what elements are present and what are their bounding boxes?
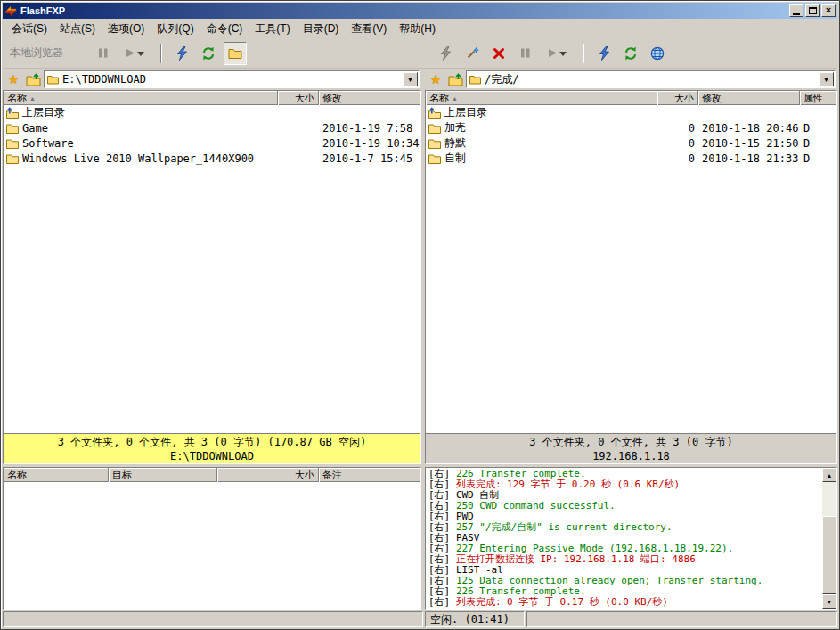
file-row-folder[interactable]: Software2010-1-19 10:34 <box>4 135 420 151</box>
file-name-cell: 加壳 <box>426 120 657 135</box>
log-message: 257 "/完成/自制" is current directory. <box>456 521 673 533</box>
folder-icon <box>6 138 19 149</box>
log-line: [右] 257 "/完成/自制" is current directory. <box>428 522 820 533</box>
maximize-button[interactable] <box>805 4 820 17</box>
column-header-size[interactable]: 大小 <box>657 91 698 105</box>
remote-transfer-button[interactable] <box>541 42 575 65</box>
file-name: 自制 <box>444 151 466 166</box>
remote-path-combobox[interactable]: /完成/ ▼ <box>466 70 836 88</box>
menu-item[interactable]: 查看(V) <box>345 20 393 38</box>
transfer-button[interactable] <box>118 42 152 65</box>
remote-refresh-button[interactable] <box>619 42 642 65</box>
quick-connect-button[interactable] <box>461 42 484 65</box>
remote-abort-button[interactable] <box>514 42 537 65</box>
file-modified: 2010-1-19 7:58 <box>319 122 416 135</box>
pause-icon <box>97 47 110 59</box>
close-icon: × <box>826 5 831 15</box>
refresh-icon <box>624 46 638 61</box>
file-row-up-directory[interactable]: 上层目录 <box>4 105 420 120</box>
column-header-name[interactable]: 名称▲ <box>426 91 657 105</box>
file-name: 静默 <box>444 135 466 151</box>
column-header-size[interactable]: 大小 <box>278 91 319 105</box>
scroll-up-button[interactable]: ▲ <box>822 468 836 482</box>
file-name: 上层目录 <box>22 105 65 120</box>
title-bar[interactable]: FlashFXP × <box>3 3 837 19</box>
folder-icon <box>47 75 59 85</box>
local-toolbar: 本地浏览器 <box>3 38 425 68</box>
remote-status-line1: 3 个文件夹, 0 个文件, 共 3 (0 字节) <box>426 435 836 449</box>
menu-item[interactable]: 帮助(H) <box>393 20 442 38</box>
menu-item[interactable]: 命令(C) <box>200 20 249 38</box>
remote-status-bar: 3 个文件夹, 0 个文件, 共 3 (0 字节) 192.168.1.18 <box>426 433 836 463</box>
remote-connect-button[interactable] <box>592 42 616 65</box>
menu-item[interactable]: 目录(D) <box>297 20 346 38</box>
dropdown-arrow-button[interactable]: ▼ <box>403 72 418 86</box>
log-scrollbar[interactable]: ▲ ▼ <box>822 468 836 609</box>
column-label: 名称 <box>7 92 27 105</box>
remote-connect-disabled-button[interactable] <box>434 42 457 65</box>
minimize-icon <box>793 13 800 15</box>
column-header-target[interactable]: 目标 <box>109 468 217 482</box>
close-button[interactable]: × <box>821 4 836 17</box>
refresh-button[interactable] <box>197 42 220 65</box>
local-file-list: 上层目录Game2010-1-19 7:58Software2010-1-19 … <box>4 105 420 433</box>
sort-ascending-icon: ▲ <box>452 95 458 102</box>
file-attr: D <box>800 122 836 135</box>
local-path-row: ★ E:\TDDOWNLOAD ▼ <box>3 69 421 90</box>
column-header-size[interactable]: 大小 <box>217 468 319 482</box>
up-directory-button[interactable] <box>24 70 42 88</box>
queue-list <box>4 482 420 609</box>
column-header-modified[interactable]: 修改 <box>698 91 800 105</box>
minimize-button[interactable] <box>789 4 803 17</box>
file-modified: 2010-1-19 10:34 <box>319 137 420 150</box>
menu-item[interactable]: 选项(O) <box>102 20 151 38</box>
remote-path-value: /完成/ <box>485 72 815 87</box>
scroll-down-button[interactable]: ▼ <box>822 594 836 609</box>
file-row-up-directory[interactable]: 上层目录 <box>426 105 836 120</box>
bookmark-star-button[interactable]: ★ <box>427 70 444 88</box>
folder-view-button[interactable] <box>224 42 247 65</box>
flashfxp-window: FlashFXP × 会话(S)站点(S)选项(O)队列(Q)命令(C)工具(T… <box>0 0 840 630</box>
transfer-arrow-icon <box>125 47 146 59</box>
lightning-icon <box>598 46 611 61</box>
local-path-combobox[interactable]: E:\TDDOWNLOAD ▼ <box>44 70 420 88</box>
dropdown-arrow-button[interactable]: ▼ <box>819 72 834 86</box>
file-row-folder[interactable]: Windows Live 2010 Wallpaper_1440X9002010… <box>4 151 420 166</box>
app-icon <box>4 4 17 17</box>
file-row-folder[interactable]: Game2010-1-19 7:58 <box>4 120 420 135</box>
site-manager-button[interactable] <box>646 42 669 65</box>
menu-item[interactable]: 站点(S) <box>53 20 102 38</box>
file-name-cell: 上层目录 <box>426 105 657 120</box>
local-browser-label: 本地浏览器 <box>10 45 63 61</box>
menu-bar: 会话(S)站点(S)选项(O)队列(Q)命令(C)工具(T)目录(D)查看(V)… <box>3 19 837 38</box>
menu-item[interactable]: 队列(Q) <box>151 20 200 38</box>
file-row-folder[interactable]: 加壳02010-1-18 20:46D <box>426 120 836 135</box>
column-header-modified[interactable]: 修改 <box>319 91 420 105</box>
log-output: [右] 226 Transfer complete.[右] 列表完成: 129 … <box>426 468 822 609</box>
file-attr: D <box>800 137 836 150</box>
scroll-track[interactable] <box>822 482 836 594</box>
column-header-note[interactable]: 备注 <box>319 468 420 482</box>
up-directory-icon <box>6 107 19 119</box>
remote-list-header: 名称▲ 大小 修改 属性 <box>426 91 836 105</box>
star-icon: ★ <box>430 73 442 86</box>
up-directory-button[interactable] <box>446 70 464 88</box>
menu-item[interactable]: 工具(T) <box>249 20 296 38</box>
column-header-attr[interactable]: 属性 <box>800 91 836 105</box>
connect-button[interactable] <box>170 42 193 65</box>
remote-toolbar <box>425 38 837 68</box>
scroll-thumb[interactable] <box>822 516 836 594</box>
column-header-name[interactable]: 名称▲ <box>4 91 278 105</box>
column-header-name[interactable]: 名称 <box>4 468 109 482</box>
pause-icon <box>519 47 532 59</box>
abort-button[interactable] <box>92 42 115 65</box>
menu-item[interactable]: 会话(S) <box>5 20 53 38</box>
bookmark-star-button[interactable]: ★ <box>4 70 22 88</box>
window-title: FlashFXP <box>20 5 786 16</box>
file-row-folder[interactable]: 自制02010-1-18 21:33D <box>426 151 836 166</box>
file-name-cell: 静默 <box>426 135 657 151</box>
file-row-folder[interactable]: 静默02010-1-15 21:50D <box>426 135 836 151</box>
log-prefix: [右] <box>428 596 456 608</box>
globe-icon <box>650 46 665 61</box>
disconnect-button[interactable] <box>487 42 510 65</box>
